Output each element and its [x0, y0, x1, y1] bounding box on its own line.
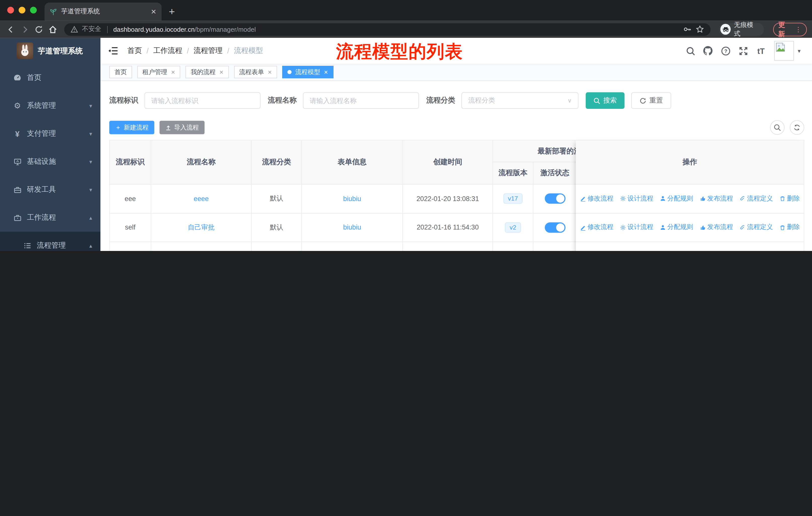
col-header-id: 流程标识 [110, 141, 151, 185]
sidebar-item-label: 研发工具 [27, 185, 84, 194]
cell-category: 默认 [252, 213, 302, 242]
publish-process-link[interactable]: 发布流程 [699, 194, 733, 203]
update-button[interactable]: 更新 ⋮ [773, 22, 807, 36]
cell-form: biubiu [302, 213, 403, 242]
close-window-button[interactable] [7, 7, 14, 13]
active-toggle[interactable] [545, 222, 565, 233]
process-name-input[interactable] [303, 92, 419, 109]
search-icon[interactable] [686, 46, 696, 56]
version-badge[interactable]: v17 [503, 193, 523, 204]
assign-rule-link[interactable]: 分配规则 [660, 194, 693, 203]
process-name-link[interactable]: eeee [194, 195, 209, 202]
form-link[interactable]: biubiu [343, 223, 361, 231]
workflow-submenu: 流程管理 ▴ 流程表单 用户分组 流程模型 [0, 232, 100, 251]
design-process-link[interactable]: 设计流程 [620, 194, 654, 203]
window-controls[interactable] [7, 7, 37, 13]
search-button[interactable]: 搜索 [586, 92, 625, 109]
sidebar-item-workflow[interactable]: 工作流程 ▴ [0, 204, 100, 232]
avatar-caret-icon[interactable]: ▾ [798, 47, 801, 54]
tab-close-icon[interactable]: ✕ [151, 8, 156, 16]
tag-home[interactable]: 首页 [109, 66, 132, 78]
close-icon[interactable]: ✕ [267, 69, 272, 75]
hide-search-button[interactable] [770, 120, 785, 135]
cell-version: v5 [493, 242, 533, 251]
avatar[interactable] [775, 41, 794, 61]
chevron-down-icon: ▾ [89, 159, 92, 165]
sidebar-item-devtools[interactable]: 研发工具 ▾ [0, 175, 100, 203]
version-badge[interactable]: v2 [505, 222, 521, 233]
cell-category: 默认 [252, 184, 302, 213]
cell-id: oa_leave [110, 242, 151, 251]
row-actions: 修改流程 设计流程 分配规则 发布流程 流程定义 删除 [576, 242, 804, 251]
process-id-input[interactable] [144, 92, 261, 109]
bookmark-star-icon[interactable] [696, 25, 704, 34]
tag-tenant[interactable]: 租户管理 ✕ [137, 66, 180, 78]
browser-menu-icon[interactable]: ⋮ [795, 25, 802, 33]
tag-process-model[interactable]: 流程模型 ✕ [283, 66, 333, 78]
reload-icon[interactable] [33, 25, 44, 34]
sidebar-item-infra[interactable]: 基础设施 ▾ [0, 147, 100, 175]
new-tab-button[interactable]: + [169, 2, 175, 21]
update-label: 更新 [778, 20, 791, 38]
close-icon[interactable]: ✕ [324, 69, 328, 75]
assign-rule-link[interactable]: 分配规则 [660, 223, 693, 232]
sidebar-item-system[interactable]: ⚙ 系统管理 ▾ [0, 92, 100, 120]
delete-link[interactable]: 删除 [779, 223, 800, 232]
minimize-window-button[interactable] [19, 7, 25, 13]
tag-label: 我的流程 [191, 67, 216, 76]
form-link[interactable]: biubiu [343, 195, 361, 202]
cell-name: 自己审批 [151, 213, 252, 242]
plus-icon: ＋ [115, 123, 121, 132]
tag-process-form[interactable]: 流程表单 ✕ [234, 66, 277, 78]
back-icon[interactable] [5, 25, 16, 34]
col-header-version: 流程版本 [493, 162, 533, 184]
url-text[interactable]: dashboard.yudao.iocoder.cn/bpm/manager/m… [113, 26, 256, 33]
create-process-button[interactable]: ＋ 新建流程 [109, 121, 154, 134]
forward-icon[interactable] [19, 25, 30, 34]
category-select[interactable]: 流程分类 ∨ [461, 92, 578, 109]
process-name-link[interactable]: 自己审批 [188, 223, 215, 232]
process-definition-link[interactable]: 流程定义 [739, 223, 773, 232]
home-icon[interactable] [47, 25, 58, 34]
active-toggle[interactable] [545, 193, 565, 204]
sidebar-item-home[interactable]: 首页 [0, 64, 100, 92]
font-size-icon[interactable]: tT [756, 46, 766, 56]
reset-button[interactable]: 重置 [631, 92, 671, 109]
key-icon[interactable] [683, 25, 692, 34]
app-title: 芋道管理系统 [38, 46, 83, 56]
close-icon[interactable]: ✕ [219, 69, 224, 75]
incognito-label: 无痕模式 [734, 20, 759, 38]
tag-my-process[interactable]: 我的流程 ✕ [185, 66, 229, 78]
github-icon[interactable] [703, 46, 713, 56]
favicon-plant-icon [50, 8, 57, 16]
refresh-button[interactable] [790, 120, 805, 135]
collapse-sidebar-icon[interactable] [108, 46, 118, 56]
edit-process-link[interactable]: 修改流程 [580, 194, 613, 203]
sidebar-logo[interactable]: 芋道管理系统 [0, 38, 100, 64]
import-process-button[interactable]: 导入流程 [160, 121, 205, 134]
publish-process-link[interactable]: 发布流程 [699, 223, 733, 232]
process-definition-link[interactable]: 流程定义 [739, 194, 773, 203]
breadcrumb-home[interactable]: 首页 [127, 46, 142, 55]
design-process-link[interactable]: 设计流程 [620, 223, 654, 232]
browser-tab[interactable]: 芋道管理系统 ✕ [45, 2, 162, 21]
fullscreen-icon[interactable] [738, 46, 749, 56]
chevron-down-icon: ∨ [568, 97, 572, 104]
delete-link[interactable]: 删除 [779, 194, 800, 203]
toolbox-icon [13, 185, 22, 194]
filter-id-label: 流程标识 [109, 96, 138, 105]
sidebar-item-process-mgmt[interactable]: 流程管理 ▴ [0, 232, 100, 251]
edit-process-link[interactable]: 修改流程 [580, 223, 613, 232]
maximize-window-button[interactable] [30, 7, 37, 13]
not-secure-label[interactable]: 不安全 [82, 25, 102, 34]
url-path: /bpm/manager/model [195, 26, 256, 33]
breadcrumb-workflow[interactable]: 工作流程 [153, 46, 182, 55]
col-header-form: 表单信息 [302, 141, 403, 185]
select-placeholder: 流程分类 [468, 96, 568, 105]
chevron-up-icon: ▴ [89, 242, 92, 249]
address-bar[interactable]: 不安全 dashboard.yudao.iocoder.cn/bpm/manag… [64, 23, 711, 35]
breadcrumb-process-mgmt[interactable]: 流程管理 [194, 46, 223, 55]
close-icon[interactable]: ✕ [171, 69, 175, 75]
help-icon[interactable]: ? [721, 46, 731, 56]
sidebar-item-payment[interactable]: ¥ 支付管理 ▾ [0, 120, 100, 147]
